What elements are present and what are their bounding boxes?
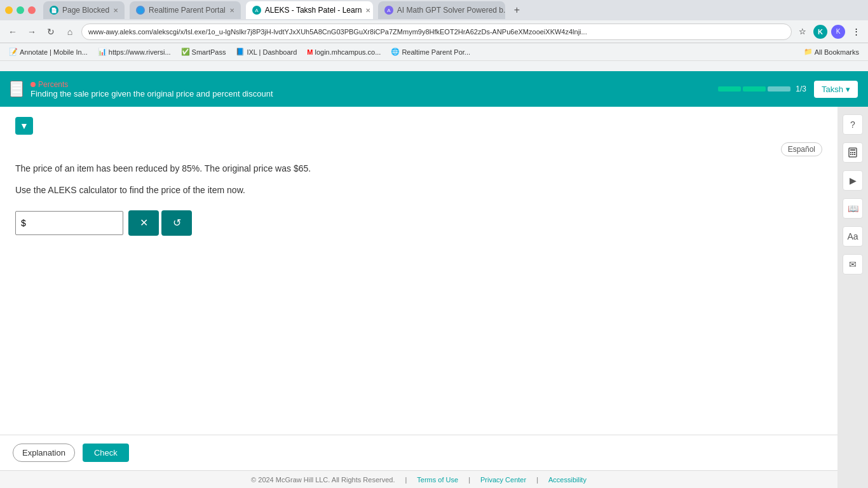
tab-ai-solver[interactable]: A AI Math GPT Solver Powered b... ✕: [378, 1, 505, 19]
bookmark-mhcampus[interactable]: M login.mhcampus.co...: [303, 47, 384, 57]
tab-label: Page Blocked: [62, 6, 109, 15]
action-buttons: ✕ ↺: [128, 210, 192, 236]
tab-realtime-portal[interactable]: 🌐 Realtime Parent Portal ✕: [130, 1, 241, 19]
user-menu-button[interactable]: Taksh ▾: [814, 81, 858, 98]
tab-favicon: 🌐: [136, 6, 145, 15]
close-button[interactable]: [28, 6, 36, 14]
bookmark-ixl[interactable]: 📘 IXL | Dashboard: [232, 46, 301, 57]
svg-rect-1: [850, 149, 855, 151]
svg-rect-4: [854, 152, 855, 153]
progress-seg-1: [718, 86, 741, 92]
header-subtitle: Finding the sale price given the origina…: [31, 89, 710, 98]
progress-seg-3: [768, 86, 790, 92]
content-panel: ▼ Español The price of an item has been …: [0, 107, 837, 488]
aleks-footer: Explanation Check: [0, 435, 837, 470]
maximize-button[interactable]: [17, 6, 24, 14]
url-input[interactable]: [81, 24, 792, 40]
svg-rect-7: [854, 154, 855, 155]
dollar-prefix: $: [21, 218, 26, 228]
address-bar: ← → ↻ ⌂ ☆ K K ⋮: [0, 20, 868, 43]
topic-label: Percents: [31, 80, 710, 89]
bookmark-star-icon[interactable]: ☆: [796, 25, 810, 39]
tab-favicon: 📄: [50, 6, 58, 15]
accessibility-link[interactable]: Accessibility: [548, 476, 587, 484]
copyright-bar: © 2024 McGraw Hill LLC. All Rights Reser…: [0, 470, 837, 488]
tab-favicon: A: [384, 6, 393, 15]
tab-close-icon[interactable]: ✕: [365, 7, 370, 14]
tab-favicon: A: [252, 6, 261, 15]
bookmark-realtime[interactable]: 🌐 Realtime Parent Por...: [387, 46, 474, 57]
expand-button[interactable]: ▼: [15, 117, 33, 135]
content-wrapper: ▼ Español The price of an item has been …: [0, 107, 868, 488]
tab-page-blocked[interactable]: 📄 Page Blocked ✕: [43, 1, 125, 19]
window-controls: [5, 6, 36, 14]
tab-label: Realtime Parent Portal: [149, 6, 226, 15]
user-name: Taksh: [822, 85, 843, 94]
bookmark-icon: ✅: [181, 48, 190, 56]
bookmark-annotate[interactable]: 📝 Annotate | Mobile In...: [5, 46, 92, 57]
problem-text: The price of an item has been reduced by…: [15, 161, 822, 175]
bookmarks-bar: 📝 Annotate | Mobile In... 📊 https://www.…: [0, 43, 868, 61]
bookmark-icon: 📊: [98, 48, 107, 56]
menu-icon[interactable]: ⋮: [849, 25, 863, 39]
separator-2: |: [468, 476, 470, 484]
title-bar: 📄 Page Blocked ✕ 🌐 Realtime Parent Porta…: [0, 0, 868, 20]
answer-area: $ ✕ ↺: [15, 210, 822, 236]
question-area: ▼ Español The price of an item has been …: [0, 107, 837, 435]
problem-instruction: Use the ALEKS calculator to find the pri…: [15, 183, 822, 197]
bookmark-riversi[interactable]: 📊 https://www.riversi...: [94, 46, 175, 57]
bookmark-icon: 📘: [236, 48, 245, 56]
extension-icon-2[interactable]: K: [831, 25, 845, 39]
reload-button[interactable]: ↻: [43, 24, 58, 39]
folder-icon: 📁: [804, 48, 813, 56]
new-tab-button[interactable]: +: [510, 4, 524, 16]
check-button[interactable]: Check: [83, 444, 129, 462]
calculator-icon-btn[interactable]: [843, 142, 863, 163]
address-icons: ☆ K K ⋮: [796, 25, 863, 39]
aleks-header: ☰ Percents Finding the sale price given …: [0, 71, 868, 107]
right-sidebar: ? ▶ 📖 Aa ✉: [837, 107, 868, 488]
clear-button[interactable]: ✕: [128, 210, 159, 236]
browser-chrome: 📄 Page Blocked ✕ 🌐 Realtime Parent Porta…: [0, 0, 868, 71]
header-title-area: Percents Finding the sale price given th…: [31, 80, 710, 98]
all-bookmarks-btn[interactable]: 📁 All Bookmarks: [800, 46, 863, 57]
book-icon-btn[interactable]: 📖: [843, 198, 863, 219]
reset-button[interactable]: ↺: [161, 210, 192, 236]
svg-rect-2: [850, 152, 851, 153]
separator-3: |: [536, 476, 538, 484]
bookmark-icon: 🌐: [391, 48, 400, 56]
message-icon-btn[interactable]: ✉: [843, 254, 863, 274]
back-button[interactable]: ←: [5, 24, 20, 39]
answer-input[interactable]: [26, 218, 118, 228]
svg-rect-6: [852, 154, 853, 155]
copyright-text: © 2024 McGraw Hill LLC. All Rights Reser…: [251, 476, 395, 484]
tab-label: AI Math GPT Solver Powered b...: [397, 6, 505, 15]
extension-icon-1[interactable]: K: [813, 25, 827, 39]
forward-button[interactable]: →: [24, 24, 39, 39]
progress-bar: [718, 86, 790, 92]
video-icon-btn[interactable]: ▶: [843, 170, 863, 191]
privacy-link[interactable]: Privacy Center: [480, 476, 526, 484]
hamburger-menu-button[interactable]: ☰: [10, 81, 23, 97]
tab-close-icon[interactable]: ✕: [229, 7, 234, 14]
explanation-button[interactable]: Explanation: [13, 444, 75, 462]
bookmark-smartpass[interactable]: ✅ SmartPass: [177, 46, 230, 57]
progress-text: 1/3: [796, 85, 806, 93]
svg-rect-3: [852, 152, 853, 153]
bookmark-icon: M: [307, 48, 313, 56]
espanol-button[interactable]: Español: [781, 142, 822, 156]
separator-1: |: [405, 476, 407, 484]
help-icon-btn[interactable]: ?: [843, 114, 863, 135]
topic-dot-icon: [31, 82, 36, 87]
minimize-button[interactable]: [5, 6, 13, 14]
tab-aleks[interactable]: A ALEKS - Taksh Patel - Learn ✕: [246, 1, 373, 19]
tab-close-icon[interactable]: ✕: [113, 7, 118, 14]
chevron-down-icon: ▾: [846, 85, 850, 94]
progress-area: 1/3: [718, 85, 806, 93]
terms-link[interactable]: Terms of Use: [417, 476, 458, 484]
main-content: ☰ Percents Finding the sale price given …: [0, 71, 868, 488]
dictionary-icon-btn[interactable]: Aa: [843, 226, 863, 247]
home-button[interactable]: ⌂: [62, 24, 78, 39]
dollar-input-container: $: [15, 211, 123, 235]
progress-seg-2: [743, 86, 766, 92]
